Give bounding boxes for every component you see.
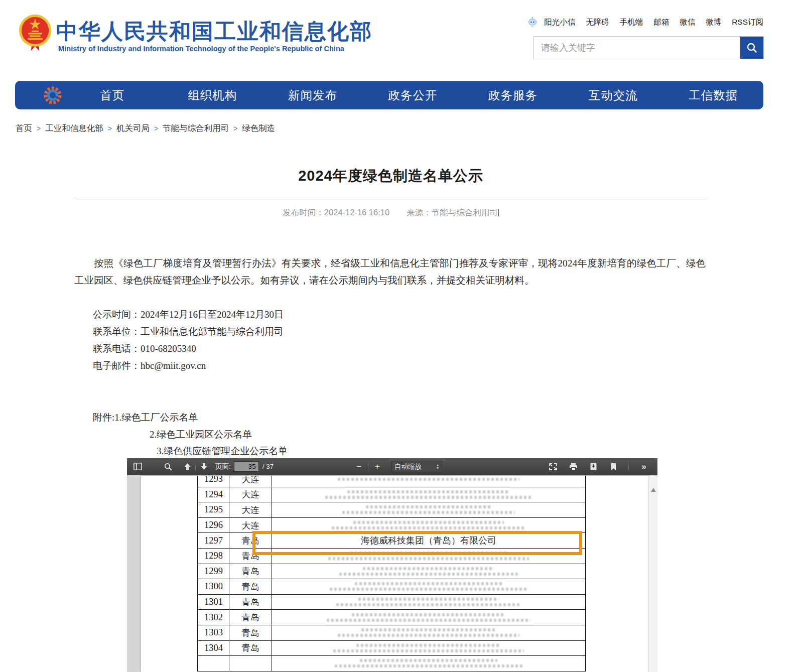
zoom-in-button[interactable]: +: [370, 460, 385, 473]
breadcrumb-separator: >: [108, 124, 112, 132]
quick-link-accessibility[interactable]: 无障碍: [586, 17, 609, 28]
arrow-down-icon: [200, 463, 208, 470]
row-number: 1299: [198, 564, 229, 579]
nav-items: 首页组织机构新闻发布政务公开政务服务互动交流工信数据: [62, 81, 763, 109]
printer-icon: [569, 463, 578, 470]
row-number: 1302: [198, 610, 229, 625]
quick-link-mailbox[interactable]: 邮箱: [653, 17, 669, 28]
breadcrumb-item-departments[interactable]: 机关司局: [116, 123, 150, 134]
table-row: 1293大连: [198, 476, 585, 487]
find-button[interactable]: [162, 460, 175, 473]
attachment-line-1: 附件:1.绿色工厂公示名单: [93, 409, 288, 426]
pdf-scrollbar[interactable]: [648, 476, 657, 672]
breadcrumb-separator: >: [233, 124, 237, 132]
sidebar-toggle-button[interactable]: [131, 460, 144, 473]
nav-item-home[interactable]: 首页: [62, 87, 163, 103]
highlight-box: [252, 531, 582, 555]
row-number: 1296: [198, 518, 229, 533]
nav-item-gov-services[interactable]: 政务服务: [463, 87, 563, 103]
nav-item-gov-affairs-open[interactable]: 政务公开: [363, 87, 463, 103]
row-city: 青岛: [229, 625, 272, 640]
nav-item-interaction[interactable]: 互动交流: [563, 87, 663, 103]
row-number: 1295: [198, 502, 229, 517]
redacted-text-line: [336, 603, 521, 606]
row-city: 大连: [229, 476, 272, 487]
quick-link-sunshine-assistant[interactable]: 阳光小信: [544, 17, 575, 28]
row-city: 大连: [229, 502, 272, 517]
print-button[interactable]: [567, 460, 580, 473]
redacted-text-line: [333, 649, 524, 652]
redacted-text-line: [356, 644, 500, 647]
bookmark-button[interactable]: [607, 460, 620, 473]
redacted-text-line: [342, 511, 514, 514]
search-input[interactable]: [534, 37, 740, 59]
scale-select-dropdown[interactable]: 自动缩放 ▴▾: [391, 461, 442, 472]
row-number: [198, 656, 229, 671]
contact-phone-line: 联系电话：010-68205340: [93, 340, 284, 357]
breadcrumb-item-home[interactable]: 首页: [16, 123, 32, 134]
main-navigation: 首页组织机构新闻发布政务公开政务服务互动交流工信数据: [15, 81, 763, 109]
table-row: 1294大连: [198, 487, 585, 503]
row-number: 1294: [198, 487, 229, 502]
find-icon: [164, 463, 172, 471]
row-company: [272, 579, 585, 594]
nav-item-miit-data[interactable]: 工信数据: [663, 87, 763, 103]
presentation-mode-button[interactable]: [547, 460, 560, 473]
row-number: 1304: [198, 641, 229, 656]
previous-page-button[interactable]: [181, 460, 194, 473]
header-quick-links: 阳光小信无障碍手机端邮箱微信微博RSS订阅: [527, 17, 763, 28]
redacted-text-line: [353, 521, 504, 524]
table-row: 1303青岛: [198, 625, 585, 641]
redacted-text-line: [355, 582, 502, 585]
page-number-input[interactable]: [234, 461, 259, 472]
page-total: / 37: [262, 463, 274, 470]
row-company: [272, 564, 585, 579]
breadcrumb-separator: >: [154, 124, 158, 132]
search-button[interactable]: [740, 37, 763, 59]
table-row: 1302青岛: [198, 610, 585, 625]
scale-select-value: 自动缩放: [394, 462, 422, 471]
row-number: 1298: [198, 549, 229, 564]
quick-link-rss[interactable]: RSS订阅: [732, 17, 763, 28]
fullscreen-icon: [549, 463, 557, 470]
dropdown-arrows-icon: ▴▾: [437, 464, 439, 470]
pdf-page: 1293大连1294大连1295大连1296大连1297青岛海德威科技集团（青岛…: [141, 476, 648, 672]
page-number-label: 页面:: [215, 462, 231, 471]
zoom-controls: − + 自动缩放 ▴▾: [351, 460, 442, 473]
site-header: 中华人民共和国工业和信息化部 Ministry of Industry and …: [0, 0, 803, 75]
attachment-link-green-supply-chain[interactable]: 3.绿色供应链管理企业公示名单: [157, 446, 288, 456]
next-page-button[interactable]: [197, 460, 210, 473]
attachment-link-green-factory[interactable]: 1.绿色工厂公示名单: [114, 412, 198, 423]
contact-info-block: 公示时间：2024年12月16日至2024年12月30日 联系单位：工业和信息化…: [93, 306, 284, 374]
arrow-up-icon: [184, 463, 191, 470]
redacted-text-line: [363, 567, 494, 570]
pdf-toolbar: 页面: / 37 − + 自动缩放 ▴▾: [127, 458, 657, 475]
pdf-table: 1293大连1294大连1295大连1296大连1297青岛海德威科技集团（青岛…: [197, 476, 586, 671]
breadcrumb: 首页>工业和信息化部>机关司局>节能与综合利用司>绿色制造: [16, 123, 275, 134]
row-city: 青岛: [229, 564, 272, 579]
row-city: [229, 656, 272, 671]
pdf-content-area: 1293大连1294大连1295大连1296大连1297青岛海德威科技集团（青岛…: [127, 476, 657, 672]
download-button[interactable]: [587, 460, 600, 473]
more-tools-button[interactable]: »: [637, 460, 650, 473]
nav-item-organization[interactable]: 组织机构: [163, 87, 263, 103]
row-city: 青岛: [229, 595, 272, 610]
row-city: 青岛: [229, 641, 272, 656]
publish-time-value: 2024-12-16 16:10: [324, 208, 389, 217]
quick-link-weibo[interactable]: 微博: [706, 17, 721, 28]
attachment-link-green-industrial-park[interactable]: 2.绿色工业园区公示名单: [150, 429, 252, 440]
quick-link-wechat[interactable]: 微信: [680, 17, 695, 28]
row-company: [272, 656, 585, 671]
title-divider: [74, 198, 708, 198]
breadcrumb-item-energy-conservation-dept[interactable]: 节能与综合利用司: [163, 123, 229, 134]
row-city: 大连: [229, 487, 272, 502]
breadcrumb-item-miit[interactable]: 工业和信息化部: [45, 123, 103, 134]
nav-item-news-release[interactable]: 新闻发布: [262, 87, 363, 103]
sunshine-assistant-icon: [527, 17, 538, 28]
zoom-out-button[interactable]: −: [351, 460, 366, 473]
sidebar-toggle-icon: [133, 463, 142, 470]
quick-link-mobile-site[interactable]: 手机端: [620, 17, 643, 28]
row-company: [272, 595, 585, 610]
toolbar-right-group: »: [547, 460, 650, 473]
row-number: 1301: [198, 595, 229, 610]
